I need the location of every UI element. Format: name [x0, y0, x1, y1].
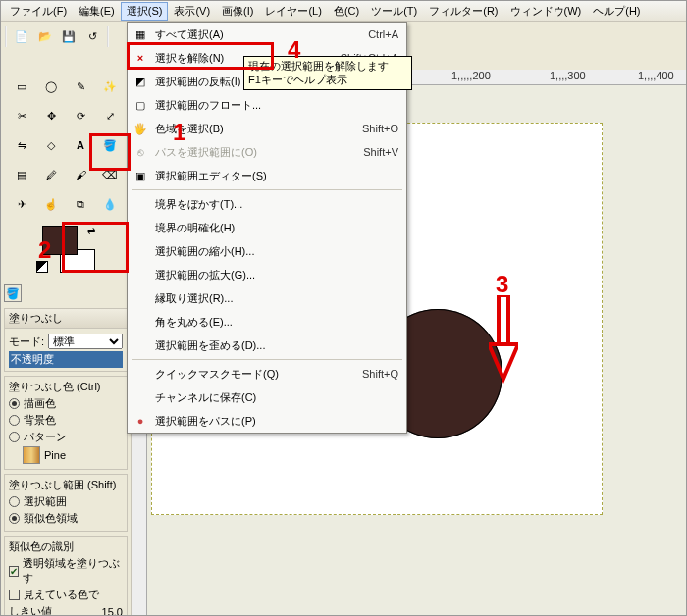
tool-rect-select[interactable]: ▭ — [8, 73, 35, 100]
panel-title: 塗りつぶし — [5, 309, 127, 329]
revert-icon[interactable]: ↺ — [83, 27, 101, 45]
menu-select-all[interactable]: ▦すべて選択(A)Ctrl+A — [128, 23, 406, 46]
float-icon: ▢ — [132, 99, 148, 112]
fillwith-title: 塗りつぶし色 (Ctrl) — [9, 380, 123, 394]
foreground-color-swatch[interactable] — [42, 226, 78, 255]
menu-shortcut: Shift+O — [362, 123, 398, 134]
menu-item-label: すべて選択(A) — [155, 27, 224, 42]
menu-item-label: チャンネルに保存(C) — [155, 390, 256, 405]
check-transparent[interactable]: ✔ — [9, 566, 19, 577]
editor-icon: ▣ — [132, 170, 148, 182]
tool-eraser[interactable]: ⌫ — [96, 161, 124, 188]
menubar: ファイル(F) 編集(E) 選択(S) 表示(V) 画像(I) レイヤー(L) … — [1, 1, 686, 22]
tool-options-tab[interactable]: 🪣 — [4, 284, 22, 302]
radio-similar-label: 類似色領域 — [24, 511, 78, 526]
menu-shortcut: Ctrl+A — [368, 28, 398, 40]
tool-pencil[interactable]: 🖉 — [37, 161, 65, 188]
radio-bg[interactable] — [9, 415, 20, 426]
menu-filter[interactable]: フィルター(R) — [423, 2, 503, 21]
toolbar-separator — [107, 26, 109, 47]
mode-select[interactable]: 標準 — [48, 334, 123, 349]
tool-dodge[interactable]: 💧 — [96, 190, 124, 218]
menu-item-label: 選択範囲をパスに(P) — [155, 414, 256, 429]
tool-move[interactable]: ✥ — [37, 102, 65, 129]
pattern-swatch[interactable] — [23, 446, 40, 464]
menu-select-editor[interactable]: ▣選択範囲エディター(S) — [128, 164, 406, 187]
radio-pattern[interactable] — [9, 432, 20, 442]
tool-flip[interactable]: ⇋ — [8, 131, 35, 159]
tool-brush[interactable]: 🖌 — [67, 161, 94, 188]
check-visible[interactable] — [9, 590, 20, 600]
path-icon: ⎋ — [132, 146, 148, 158]
menu-item-label: 選択を解除(N) — [155, 51, 224, 66]
menu-shrink[interactable]: 選択範囲の縮小(H)... — [128, 239, 406, 263]
menu-view[interactable]: 表示(V) — [168, 2, 216, 21]
new-file-icon[interactable]: 📄 — [13, 27, 30, 45]
pattern-name: Pine — [44, 449, 66, 461]
menu-grow[interactable]: 選択範囲の拡大(G)... — [128, 263, 406, 286]
menu-select-float[interactable]: ▢選択範囲のフロート... — [128, 93, 406, 117]
check-transparent-label: 透明領域を塗りつぶす — [23, 556, 123, 586]
menu-help[interactable]: ヘルプ(H) — [587, 2, 646, 21]
bycolor-icon: 🖐 — [132, 123, 148, 135]
radio-fg[interactable] — [9, 398, 20, 409]
tool-crop[interactable]: ✂ — [8, 102, 35, 129]
menu-topath[interactable]: ●選択範囲をパスに(P) — [128, 409, 406, 433]
menu-rounded[interactable]: 角を丸める(E)... — [128, 310, 406, 334]
topath-icon: ● — [132, 415, 148, 427]
radio-selection-label: 選択範囲 — [24, 494, 67, 509]
menu-item-label: 境界をぼかす(T)... — [155, 197, 242, 212]
radio-similar[interactable] — [9, 513, 20, 524]
menu-item-label: 選択範囲のフロート... — [155, 98, 261, 113]
menu-tochannel[interactable]: チャンネルに保存(C) — [128, 385, 406, 409]
tool-smudge[interactable]: ☝ — [37, 190, 65, 218]
menu-image[interactable]: 画像(I) — [216, 2, 259, 21]
menu-layer[interactable]: レイヤー(L) — [259, 2, 327, 21]
menu-edit[interactable]: 編集(E) — [73, 2, 121, 21]
tooltip-line2: F1キーでヘルプ表示 — [248, 73, 407, 86]
menu-border[interactable]: 縁取り選択(R)... — [128, 286, 406, 310]
tool-fuzzy-select[interactable]: ✨ — [96, 73, 124, 100]
fillarea-title: 塗りつぶし範囲 (Shift) — [9, 478, 123, 492]
radio-selection[interactable] — [9, 496, 20, 507]
tool-scale[interactable]: ⤢ — [96, 102, 124, 129]
menu-item-label: 境界の明確化(H) — [155, 221, 235, 235]
tooltip: 現在の選択範囲を解除します F1キーでヘルプ表示 — [243, 56, 412, 90]
tool-perspective[interactable]: ◇ — [37, 131, 65, 159]
menu-item-label: 選択範囲の反転(I) — [155, 75, 240, 89]
opacity-label: 不透明度 — [9, 351, 123, 368]
menu-quickmask[interactable]: クイックマスクモード(Q)Shift+Q — [128, 362, 406, 385]
menu-window[interactable]: ウィンドウ(W) — [504, 2, 588, 21]
menu-tools[interactable]: ツール(T) — [365, 2, 423, 21]
save-icon[interactable]: 💾 — [60, 27, 78, 45]
open-file-icon[interactable]: 📂 — [36, 27, 54, 45]
menu-feather[interactable]: 境界をぼかす(T)... — [128, 192, 406, 216]
toolbar-separator — [5, 26, 7, 47]
menu-select[interactable]: 選択(S) — [121, 2, 169, 21]
tool-rotate[interactable]: ⟳ — [67, 102, 94, 129]
tool-airbrush[interactable]: ✈ — [8, 190, 35, 218]
menu-item-label: 色域を選択(B) — [155, 122, 224, 136]
menu-distort[interactable]: 選択範囲を歪める(D)... — [128, 334, 406, 357]
fill-area-panel: 塗りつぶし範囲 (Shift) 選択範囲 類似色領域 — [4, 474, 128, 532]
menu-item-label: 選択範囲エディター(S) — [155, 169, 267, 183]
radio-pattern-label: パターン — [24, 430, 67, 444]
similar-color-panel: 類似色の識別 ✔透明領域を塗りつぶす 見えている色で しきい値 15.0 — [4, 536, 128, 616]
menu-item-label: クイックマスクモード(Q) — [155, 367, 279, 382]
swap-colors-icon[interactable]: ⇄ — [87, 226, 95, 236]
menu-color[interactable]: 色(C) — [328, 2, 365, 21]
tool-clone[interactable]: ⧉ — [67, 190, 94, 218]
tool-gradient[interactable]: ▤ — [8, 161, 35, 188]
tool-text[interactable]: A — [67, 131, 94, 159]
menu-select-bycolor[interactable]: 🖐色域を選択(B)Shift+O — [128, 117, 406, 140]
menu-file[interactable]: ファイル(F) — [4, 2, 73, 21]
cancel-icon: × — [132, 52, 148, 64]
toolbox-grid: ▭ ◯ ✎ ✨ ✂ ✥ ⟳ ⤢ ⇋ ◇ A 🪣 ▤ 🖉 🖌 ⌫ ✈ ☝ ⧉ 💧 — [4, 73, 128, 218]
menu-separator — [132, 189, 402, 190]
mode-label: モード: — [9, 334, 44, 349]
menu-sharpen[interactable]: 境界の明確化(H) — [128, 216, 406, 239]
tool-free-select[interactable]: ✎ — [67, 73, 94, 100]
reset-colors-icon[interactable] — [36, 261, 48, 273]
tool-bucket-fill[interactable]: 🪣 — [96, 131, 124, 159]
tool-ellipse-select[interactable]: ◯ — [37, 73, 65, 100]
